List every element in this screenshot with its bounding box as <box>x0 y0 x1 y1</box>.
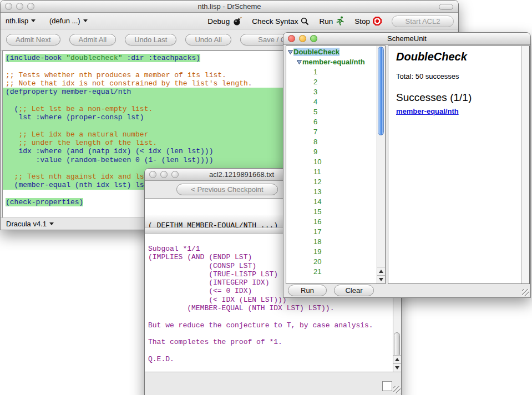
chevron-down-icon <box>49 222 54 225</box>
tree-item-doublecheck[interactable]: DoubleCheck <box>286 47 385 57</box>
chevron-down-icon <box>31 19 36 22</box>
tree-item-case[interactable]: 9 <box>286 147 385 157</box>
dracula-version-menu[interactable]: Dracula v4.1 <box>6 220 54 228</box>
tree-item-case[interactable]: 3 <box>286 87 385 97</box>
scrollbar-thumb[interactable] <box>378 47 384 135</box>
previous-checkpoint-button[interactable]: < Previous Checkpoint <box>176 184 278 195</box>
debug-label: Debug <box>207 17 230 26</box>
drscheme-actions: Debug Check Syntax Run <box>207 13 454 29</box>
check-syntax-button[interactable]: Check Syntax <box>252 17 309 26</box>
admit-all-label: Admit All <box>79 36 107 44</box>
tree-item-case[interactable]: 1 <box>286 67 385 77</box>
tree-item-case[interactable]: 10 <box>286 157 385 167</box>
desktop: { "drscheme": { "title": "nth.lisp - DrS… <box>0 0 532 395</box>
tree-item-case[interactable]: 5 <box>286 107 385 117</box>
window-controls <box>149 171 179 178</box>
admit-next-button[interactable]: Admit Next <box>6 34 60 45</box>
close-button[interactable] <box>149 171 156 178</box>
run-tests-button[interactable]: Run <box>288 285 327 296</box>
previous-checkpoint-label: < Previous Checkpoint <box>191 185 263 194</box>
arrow-down-icon <box>395 366 399 369</box>
chevron-down-icon <box>83 19 88 22</box>
tree-item-case[interactable]: 13 <box>286 187 385 197</box>
undo-last-button[interactable]: Undo Last <box>125 34 176 45</box>
schemeunit-titlebar[interactable]: SchemeUnit <box>283 33 530 45</box>
suite-link[interactable]: member-equal/nth <box>396 107 459 115</box>
tree-item-case[interactable]: 19 <box>286 247 385 257</box>
disclosure-triangle-icon[interactable] <box>296 59 302 65</box>
scroll-up-button[interactable] <box>377 267 385 275</box>
tree-item-case[interactable]: 18 <box>286 237 385 247</box>
stop-label: Stop <box>354 17 370 26</box>
window-title: SchemeUnit <box>283 34 530 43</box>
admit-next-label: Admit Next <box>16 36 51 44</box>
tree-item-case[interactable]: 20 <box>286 257 385 267</box>
run-button[interactable]: Run <box>319 16 344 26</box>
file-dropdown-label: nth.lisp <box>6 17 28 25</box>
detail-heading: DoubleCheck <box>396 50 516 63</box>
defun-dropdown-label: (defun ...) <box>49 17 80 25</box>
stop-sign-icon <box>373 17 382 26</box>
scroll-down-button[interactable] <box>377 275 385 283</box>
defun-dropdown[interactable]: (defun ...) <box>49 17 88 25</box>
scroll-up-button[interactable] <box>393 355 401 363</box>
disclosure-triangle-icon[interactable] <box>287 49 293 55</box>
tree-item-case[interactable]: 12 <box>286 177 385 187</box>
tree-item-suite[interactable]: member-equal/nth <box>286 57 385 67</box>
detail-successes-heading: Successes (1/1) <box>396 92 516 104</box>
tree-case-list: 123456789101112131415161718192021 <box>286 67 385 277</box>
bomb-icon <box>232 17 242 26</box>
resize-grip[interactable] <box>522 289 529 296</box>
tree-item-case[interactable]: 16 <box>286 217 385 227</box>
tree-item-label: member-equal/nth <box>302 58 365 66</box>
zoom-button[interactable] <box>171 171 179 178</box>
file-dropdown[interactable]: nth.lisp <box>6 17 36 25</box>
scroll-down-button[interactable] <box>393 363 401 372</box>
run-tests-label: Run <box>301 286 314 295</box>
window-title: nth.lisp - DrScheme <box>1 2 458 11</box>
clear-label: Clear <box>345 286 362 295</box>
debug-button[interactable]: Debug <box>207 17 242 26</box>
start-acl2-label: Start ACL2 <box>406 17 440 26</box>
window-title: acl2.1219891668.txt <box>209 170 274 179</box>
schemeunit-window: SchemeUnit DoubleCheck member-equal/nth … <box>283 32 531 298</box>
tree-item-case[interactable]: 6 <box>286 117 385 127</box>
drscheme-menu-row: nth.lisp (defun ...) Debug Check Syntax <box>1 13 458 29</box>
dracula-version-label: Dracula v4.1 <box>6 220 47 228</box>
tree-item-label: DoubleCheck <box>293 48 340 56</box>
test-tree-panel: DoubleCheck member-equal/nth 12345678910… <box>286 45 386 284</box>
tree-item-case[interactable]: 11 <box>286 167 385 177</box>
detail-scrollbar[interactable] <box>521 46 529 283</box>
arrow-up-icon <box>379 270 383 273</box>
undo-all-button[interactable]: Undo All <box>185 34 231 45</box>
status-checkbox[interactable] <box>382 381 392 391</box>
start-acl2-button[interactable]: Start ACL2 <box>392 16 454 27</box>
tree-item-case[interactable]: 21 <box>286 267 385 277</box>
admit-all-button[interactable]: Admit All <box>69 34 116 45</box>
run-label: Run <box>319 17 333 26</box>
tree-item-case[interactable]: 4 <box>286 97 385 107</box>
arrow-up-icon <box>395 358 399 361</box>
stop-button[interactable]: Stop <box>354 17 382 26</box>
resize-grip[interactable] <box>393 386 401 393</box>
clear-button[interactable]: Clear <box>334 285 374 296</box>
check-syntax-label: Check Syntax <box>252 17 298 26</box>
scrollbar-thumb[interactable] <box>394 332 400 357</box>
undo-all-label: Undo All <box>195 36 221 44</box>
tree-item-case[interactable]: 14 <box>286 197 385 207</box>
magnifier-icon <box>301 17 309 26</box>
tree-item-case[interactable]: 7 <box>286 127 385 137</box>
arrow-down-icon <box>379 278 383 281</box>
toolbar-toggle-button[interactable] <box>439 4 453 10</box>
detail-total: Total: 50 successes <box>396 72 516 80</box>
undo-last-label: Undo Last <box>134 36 167 44</box>
tree-item-case[interactable]: 15 <box>286 207 385 217</box>
minimize-button[interactable] <box>160 171 168 178</box>
tree-item-case[interactable]: 2 <box>286 77 385 87</box>
drscheme-titlebar[interactable]: nth.lisp - DrScheme <box>1 1 458 13</box>
acl2-status-area <box>145 372 401 395</box>
runner-icon <box>336 16 344 26</box>
tree-scrollbar[interactable] <box>377 46 385 283</box>
tree-item-case[interactable]: 17 <box>286 227 385 237</box>
tree-item-case[interactable]: 8 <box>286 137 385 147</box>
